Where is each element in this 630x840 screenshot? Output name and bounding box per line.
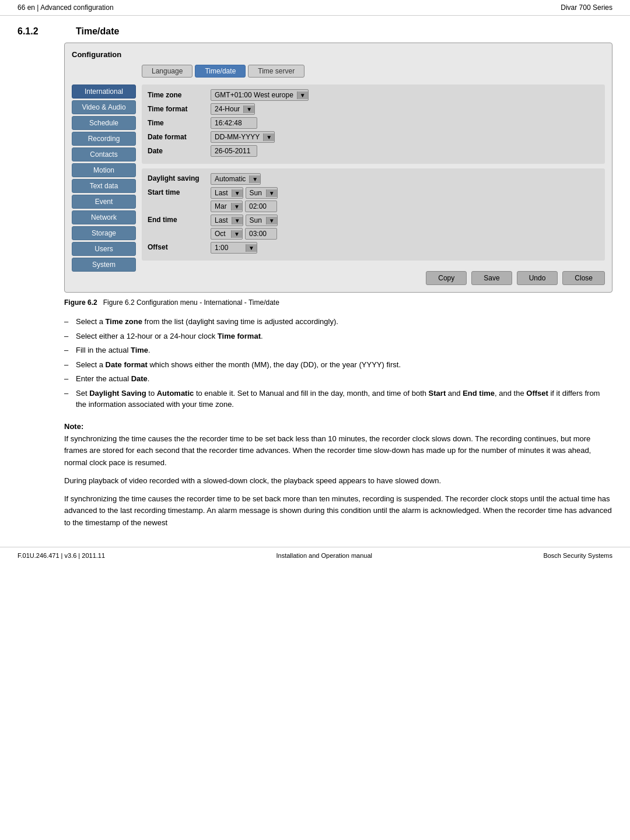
note-para1: If synchronizing the time causes the the…: [64, 433, 612, 469]
config-panel: Configuration Language Time/date Time se…: [64, 43, 612, 293]
sidebar-item-motion[interactable]: Motion: [72, 163, 136, 177]
save-button[interactable]: Save: [471, 271, 512, 285]
endtime-label: End time: [148, 215, 206, 224]
daylightsaving-input[interactable]: Automatic ▼: [211, 173, 261, 185]
list-item: – Enter the actual Date.: [64, 373, 612, 385]
footer-right: Bosch Security Systems: [543, 552, 612, 559]
figure-caption: Figure 6.2 Figure 6.2 Configuration menu…: [64, 298, 612, 307]
endtime-row: End time Last ▼ Sun ▼: [148, 215, 599, 240]
offset-arrow-icon[interactable]: ▼: [246, 244, 257, 252]
sidebar-item-system[interactable]: System: [72, 258, 136, 272]
left-nav: International Video & Audio Schedule Rec…: [72, 85, 136, 285]
timezone-arrow-icon[interactable]: ▼: [297, 92, 308, 99]
footer-buttons: Copy Save Undo Close: [142, 266, 605, 285]
dateformat-label: Date format: [148, 133, 206, 141]
timezone-label: Time zone: [148, 91, 206, 99]
start-col2-row1-input[interactable]: Sun ▼: [246, 187, 278, 199]
bullet-list: – Select a Time zone from the list (dayl…: [64, 316, 612, 410]
close-button[interactable]: Close: [562, 271, 605, 285]
start-col1-row2-arrow[interactable]: ▼: [231, 203, 242, 210]
start-col1-row2-value: Mar: [211, 201, 231, 212]
offset-value: 1:00: [211, 242, 246, 253]
sidebar-item-network[interactable]: Network: [72, 210, 136, 224]
dateformat-arrow-icon[interactable]: ▼: [263, 133, 274, 141]
timeformat-label: Time format: [148, 105, 206, 113]
section-heading: 6.1.2 Time/date: [0, 16, 630, 43]
footer-center: Installation and Operation manual: [276, 552, 372, 559]
timeformat-input[interactable]: 24-Hour ▼: [211, 103, 255, 115]
tabs-row: Language Time/date Time server: [142, 65, 605, 78]
daylightsaving-label: Daylight saving: [148, 173, 206, 182]
offset-row: Offset 1:00 ▼: [148, 242, 599, 254]
end-col2-row2-input[interactable]: 03:00: [245, 228, 277, 240]
start-col2-row2-input[interactable]: 02:00: [245, 201, 277, 212]
date-label: Date: [148, 147, 206, 155]
tab-timedate[interactable]: Time/date: [195, 65, 246, 78]
daylightsaving-arrow-icon[interactable]: ▼: [249, 175, 260, 183]
date-row: Date 26-05-2011: [148, 145, 599, 157]
start-col1-row1-arrow[interactable]: ▼: [232, 189, 243, 197]
daylightsaving-value: Automatic: [211, 174, 249, 184]
daylight-section: Daylight saving Automatic ▼ Start time L…: [142, 168, 605, 261]
start-col1-row2-input[interactable]: Mar ▼: [211, 201, 243, 212]
sidebar-item-event[interactable]: Event: [72, 195, 136, 209]
end-col1-row1-arrow[interactable]: ▼: [232, 217, 243, 224]
dateformat-value: DD-MM-YYYY: [211, 132, 263, 142]
tab-language[interactable]: Language: [142, 65, 192, 78]
list-item: – Select a Time zone from the list (dayl…: [64, 316, 612, 328]
note-title: Note:: [64, 422, 612, 431]
note-para3: If synchronizing the time causes the rec…: [64, 493, 612, 529]
timezone-value: GMT+01:00 West europe: [211, 90, 297, 100]
copy-button[interactable]: Copy: [426, 271, 467, 285]
timeformat-value: 24-Hour: [211, 104, 243, 114]
timeformat-arrow-icon[interactable]: ▼: [243, 106, 254, 113]
sidebar-item-schedule[interactable]: Schedule: [72, 116, 136, 130]
end-col1-row1-input[interactable]: Last ▼: [211, 215, 243, 226]
start-col1-row1-value: Last: [211, 188, 232, 198]
sidebar-item-storage[interactable]: Storage: [72, 226, 136, 240]
starttime-row: Start time Last ▼ Sun ▼: [148, 187, 599, 212]
list-item: – Fill in the actual Time.: [64, 345, 612, 356]
start-col1-row1-input[interactable]: Last ▼: [211, 187, 243, 199]
main-layout: International Video & Audio Schedule Rec…: [72, 85, 605, 285]
timeformat-row: Time format 24-Hour ▼: [148, 103, 599, 115]
time-label: Time: [148, 119, 206, 127]
time-row: Time 16:42:48: [148, 117, 599, 129]
date-input[interactable]: 26-05-2011: [211, 145, 257, 157]
offset-input[interactable]: 1:00 ▼: [211, 242, 257, 254]
body-text: – Select a Time zone from the list (dayl…: [0, 316, 630, 422]
sidebar-item-textdata[interactable]: Text data: [72, 179, 136, 193]
end-col2-row1-input[interactable]: Sun ▼: [246, 215, 278, 226]
section-title: Time/date: [76, 26, 119, 37]
timezone-input[interactable]: GMT+01:00 West europe ▼: [211, 89, 309, 101]
end-col1-row2-value: Oct: [211, 229, 231, 239]
header-left: 66 en | Advanced configuration: [18, 3, 114, 12]
end-col2-row1-arrow[interactable]: ▼: [266, 217, 277, 224]
header-right: Divar 700 Series: [561, 3, 612, 12]
sidebar-item-users[interactable]: Users: [72, 242, 136, 256]
config-panel-title: Configuration: [72, 50, 605, 59]
offset-label: Offset: [148, 242, 206, 251]
undo-button[interactable]: Undo: [517, 271, 558, 285]
list-item: – Select either a 12-hour or a 24-hour c…: [64, 331, 612, 342]
start-col2-row1-value: Sun: [246, 188, 266, 198]
note-para2: During playback of video recorded with a…: [64, 475, 612, 487]
end-col1-row2-input[interactable]: Oct ▼: [211, 228, 243, 240]
sidebar-item-international[interactable]: International: [72, 85, 136, 99]
page-footer: F.01U.246.471 | v3.6 | 2011.11 Installat…: [0, 547, 630, 564]
start-col2-row1-arrow[interactable]: ▼: [266, 189, 277, 197]
tab-timeserver[interactable]: Time server: [248, 65, 304, 78]
starttime-label: Start time: [148, 187, 206, 196]
right-content: Time zone GMT+01:00 West europe ▼ Time f…: [142, 85, 605, 285]
basic-fields-section: Time zone GMT+01:00 West europe ▼ Time f…: [142, 85, 605, 164]
page-header: 66 en | Advanced configuration Divar 700…: [0, 0, 630, 16]
end-col2-row1-value: Sun: [246, 215, 266, 226]
daylightsaving-row: Daylight saving Automatic ▼: [148, 173, 599, 185]
sidebar-item-recording[interactable]: Recording: [72, 132, 136, 146]
end-col1-row2-arrow[interactable]: ▼: [231, 230, 242, 238]
sidebar-item-contacts[interactable]: Contacts: [72, 147, 136, 161]
list-item: – Set Daylight Saving to Automatic to en…: [64, 388, 612, 410]
time-input[interactable]: 16:42:48: [211, 117, 257, 129]
sidebar-item-videoaudio[interactable]: Video & Audio: [72, 100, 136, 114]
dateformat-input[interactable]: DD-MM-YYYY ▼: [211, 131, 275, 143]
